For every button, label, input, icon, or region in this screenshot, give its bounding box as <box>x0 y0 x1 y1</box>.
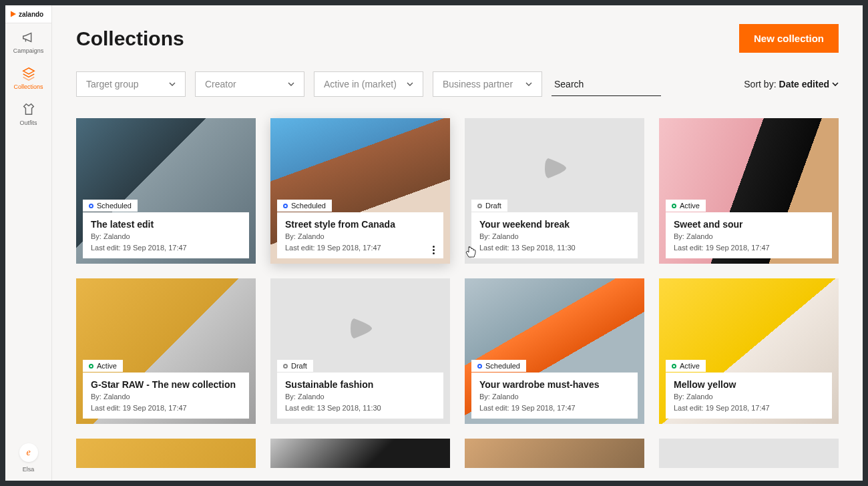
search-input[interactable] <box>554 79 671 89</box>
card-last-edit: Last edit: 19 Sep 2018, 17:47 <box>91 403 241 414</box>
status-dot-icon <box>477 364 482 369</box>
status-dot-icon <box>283 364 288 369</box>
collection-card[interactable] <box>270 439 450 468</box>
collection-card[interactable]: Active Sweet and sour By: Zalando Last e… <box>659 118 839 264</box>
shirt-icon <box>21 102 36 117</box>
status-dot-icon <box>672 204 676 208</box>
sort-dropdown[interactable]: Sort by: Date edited <box>744 79 839 89</box>
card-title: G-Star RAW - The new collection <box>91 379 241 390</box>
collection-card[interactable]: Scheduled The latest edit By: Zalando La… <box>76 118 256 264</box>
status-dot-icon <box>89 364 93 369</box>
collection-card[interactable]: Active Mellow yellow By: Zalando Last ed… <box>659 278 839 424</box>
kebab-menu-button[interactable] <box>427 246 439 254</box>
search-field[interactable] <box>552 73 661 96</box>
status-dot-icon <box>672 364 676 369</box>
card-author: By: Zalando <box>674 231 824 242</box>
card-info: Sweet and sour By: Zalando Last edit: 19… <box>666 212 832 258</box>
card-last-edit: Last edit: 19 Sep 2018, 17:47 <box>91 242 241 254</box>
new-collection-button[interactable]: New collection <box>739 24 839 53</box>
card-title: Sustainable fashion <box>285 379 435 390</box>
card-title: Street style from Canada <box>285 219 435 230</box>
sidebar-item-label: Outfits <box>19 119 37 126</box>
main-content: Collections New collection Target group … <box>52 5 863 481</box>
sidebar-item-campaigns[interactable]: Campaigns <box>5 23 51 59</box>
filter-active-in[interactable]: Active in (market) <box>314 71 423 97</box>
brand-logo[interactable]: zalando <box>5 5 51 23</box>
status-badge: Draft <box>277 360 313 372</box>
collection-card[interactable]: Active G-Star RAW - The new collection B… <box>76 278 256 424</box>
card-author: By: Zalando <box>479 391 630 403</box>
brand-name: zalando <box>19 11 43 18</box>
status-dot-icon <box>477 204 482 208</box>
collection-card[interactable] <box>465 439 644 468</box>
page-title: Collections <box>76 27 184 50</box>
sidebar-item-label: Campaigns <box>13 47 44 54</box>
collection-card[interactable] <box>659 439 839 468</box>
status-badge: Active <box>666 360 706 372</box>
card-title: Sweet and sour <box>674 219 824 230</box>
card-info: Your weekend break By: Zalando Last edit… <box>471 212 638 258</box>
collection-card[interactable]: Scheduled Your wardrobe must-haves By: Z… <box>465 278 644 424</box>
card-title: Your weekend break <box>479 219 630 230</box>
sidebar-item-label: Collections <box>13 83 43 90</box>
status-badge: Scheduled <box>277 200 332 212</box>
avatar: e <box>19 443 38 462</box>
collection-card[interactable]: Draft Your weekend break By: Zalando Las… <box>465 118 644 264</box>
status-dot-icon <box>89 204 93 208</box>
card-info: G-Star RAW - The new collection By: Zala… <box>83 373 249 419</box>
card-author: By: Zalando <box>91 231 241 242</box>
chevron-down-icon <box>169 81 176 87</box>
card-title: The latest edit <box>91 219 241 230</box>
status-badge: Active <box>83 360 123 372</box>
user-block[interactable]: e Elsa <box>19 443 38 481</box>
collections-grid: Scheduled The latest edit By: Zalando La… <box>76 118 839 468</box>
card-last-edit: Last edit: 19 Sep 2018, 17:47 <box>479 403 630 414</box>
card-title: Your wardrobe must-haves <box>479 379 630 390</box>
chevron-down-icon <box>288 81 294 87</box>
play-placeholder-icon <box>538 152 572 185</box>
card-last-edit: Last edit: 13 Sep 2018, 11:30 <box>479 242 630 254</box>
card-info: Street style from Canada By: Zalando Las… <box>277 212 443 258</box>
card-author: By: Zalando <box>285 391 435 403</box>
chevron-down-icon <box>832 81 839 87</box>
status-badge: Scheduled <box>471 360 526 372</box>
card-info: Sustainable fashion By: Zalando Last edi… <box>277 373 443 419</box>
filter-target-group[interactable]: Target group <box>76 71 186 97</box>
chevron-down-icon <box>525 81 532 87</box>
card-info: The latest edit By: Zalando Last edit: 1… <box>83 212 249 258</box>
card-last-edit: Last edit: 19 Sep 2018, 17:47 <box>285 242 435 254</box>
status-badge: Scheduled <box>83 200 138 212</box>
collection-card[interactable] <box>76 439 256 468</box>
card-title: Mellow yellow <box>674 379 824 390</box>
sidebar-item-outfits[interactable]: Outfits <box>5 95 51 132</box>
card-last-edit: Last edit: 19 Sep 2018, 17:47 <box>674 242 824 254</box>
status-dot-icon <box>283 204 288 208</box>
status-badge: Active <box>666 200 706 212</box>
sidebar: zalando Campaigns Collections Outfits e … <box>5 5 52 481</box>
filter-business-partner[interactable]: Business partner <box>433 71 542 97</box>
megaphone-icon <box>21 30 36 45</box>
card-author: By: Zalando <box>91 391 241 403</box>
layers-icon <box>21 66 36 81</box>
card-info: Mellow yellow By: Zalando Last edit: 19 … <box>666 373 832 419</box>
card-last-edit: Last edit: 13 Sep 2018, 11:30 <box>285 403 435 414</box>
card-last-edit: Last edit: 19 Sep 2018, 17:47 <box>674 403 824 414</box>
user-name: Elsa <box>23 466 35 473</box>
card-author: By: Zalando <box>479 231 630 242</box>
card-author: By: Zalando <box>285 231 435 242</box>
sidebar-item-collections[interactable]: Collections <box>5 59 51 95</box>
card-author: By: Zalando <box>674 391 824 403</box>
collection-card[interactable]: Scheduled Street style from Canada By: Z… <box>270 118 450 264</box>
filter-creator[interactable]: Creator <box>195 71 304 97</box>
play-placeholder-icon <box>344 312 377 345</box>
status-badge: Draft <box>471 200 507 212</box>
card-info: Your wardrobe must-haves By: Zalando Las… <box>471 373 638 419</box>
zalando-logo-icon <box>9 10 17 18</box>
chevron-down-icon <box>407 81 413 87</box>
collection-card[interactable]: Draft Sustainable fashion By: Zalando La… <box>270 278 450 424</box>
